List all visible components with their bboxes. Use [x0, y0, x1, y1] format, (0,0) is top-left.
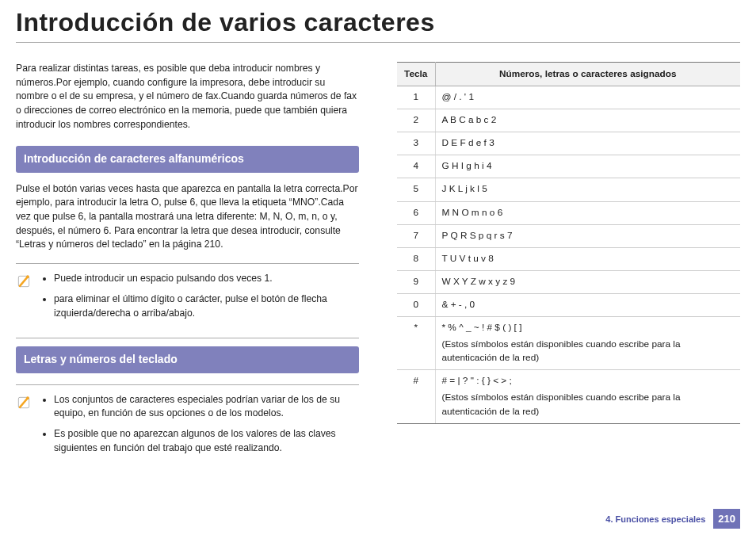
table-row: 9W X Y Z w x y z 9 [397, 270, 740, 293]
note-block-2: Los conjuntos de caracteres especiales p… [16, 393, 359, 462]
key-cell: 4 [397, 155, 435, 178]
table-row: 6M N O m n o 6 [397, 201, 740, 224]
value-extra: (Estos símbolos están disponibles cuando… [442, 338, 735, 365]
value-cell: & + - , 0 [435, 293, 740, 316]
page-number: 210 [713, 509, 740, 529]
table-row: 0& + - , 0 [397, 293, 740, 316]
value-cell: # = | ? " : { } < > ;(Estos símbolos est… [435, 370, 740, 423]
value-cell: @ / . ' 1 [435, 86, 740, 109]
right-column: Tecla Números, letras o caracteres asign… [397, 62, 740, 506]
note-item: para eliminar el último dígito o carácte… [54, 292, 359, 320]
note-item: Puede introducir un espacio pulsando dos… [54, 272, 359, 286]
table-row: 2A B C a b c 2 [397, 109, 740, 132]
value-cell: J K L j k l 5 [435, 178, 740, 201]
table-header-row: Tecla Números, letras o caracteres asign… [397, 63, 740, 86]
section-heading-keymap: Letras y números del teclado [16, 346, 359, 373]
intro-paragraph: Para realizar distintas tareas, es posib… [16, 62, 359, 132]
value-cell: P Q R S p q r s 7 [435, 224, 740, 247]
col-header-value: Números, letras o caracteres asignados [435, 63, 740, 86]
note-list: Puede introducir un espacio pulsando dos… [40, 272, 359, 327]
section-heading-alphanumeric: Introducción de caracteres alfanuméricos [16, 146, 359, 172]
key-cell: 6 [397, 201, 435, 224]
key-cell: 0 [397, 293, 435, 316]
table-row: 5J K L j k l 5 [397, 178, 740, 201]
col-header-key: Tecla [397, 63, 435, 86]
value-cell: * % ^ _ ~ ! # $ ( ) [ ](Estos símbolos e… [435, 317, 740, 370]
value-cell: D E F d e f 3 [435, 132, 740, 155]
svg-point-1 [26, 276, 29, 279]
value-cell: W X Y Z w x y z 9 [435, 270, 740, 293]
note-icon [16, 273, 32, 289]
section1-body: Pulse el botón varias veces hasta que ap… [16, 182, 359, 252]
page-title: Introducción de varios caracteres [16, 8, 740, 43]
chapter-label: 4. Funciones especiales [605, 514, 705, 524]
note-item: Es posible que no aparezcan algunos de l… [54, 427, 359, 455]
manual-page: Introducción de varios caracteres Para r… [0, 0, 756, 535]
key-cell: 7 [397, 224, 435, 247]
note-item: Los conjuntos de caracteres especiales p… [54, 393, 359, 421]
key-cell: 5 [397, 178, 435, 201]
two-column-layout: Para realizar distintas tareas, es posib… [16, 62, 740, 506]
divider [16, 263, 359, 264]
key-cell: 1 [397, 86, 435, 109]
table-row: 8T U V t u v 8 [397, 247, 740, 270]
key-map-table: Tecla Números, letras o caracteres asign… [397, 62, 740, 424]
key-cell: 2 [397, 109, 435, 132]
value-extra: (Estos símbolos están disponibles cuando… [442, 391, 735, 418]
key-cell: 3 [397, 132, 435, 155]
divider [16, 384, 359, 385]
key-cell: # [397, 370, 435, 423]
key-cell: 9 [397, 270, 435, 293]
page-footer: 4. Funciones especiales 210 [16, 506, 740, 529]
table-row: 7P Q R S p q r s 7 [397, 224, 740, 247]
table-row: ## = | ? " : { } < > ;(Estos símbolos es… [397, 370, 740, 423]
value-cell: G H I g h i 4 [435, 155, 740, 178]
value-cell: T U V t u v 8 [435, 247, 740, 270]
table-row: ** % ^ _ ~ ! # $ ( ) [ ](Estos símbolos … [397, 317, 740, 370]
key-cell: 8 [397, 247, 435, 270]
note-list: Los conjuntos de caracteres especiales p… [40, 393, 359, 462]
svg-point-3 [26, 396, 29, 399]
value-cell: A B C a b c 2 [435, 109, 740, 132]
table-row: 1@ / . ' 1 [397, 86, 740, 109]
divider [16, 338, 359, 338]
table-row: 4G H I g h i 4 [397, 155, 740, 178]
key-cell: * [397, 317, 435, 370]
table-row: 3D E F d e f 3 [397, 132, 740, 155]
note-icon [16, 395, 32, 411]
value-cell: M N O m n o 6 [435, 201, 740, 224]
left-column: Para realizar distintas tareas, es posib… [16, 62, 359, 506]
note-block-1: Puede introducir un espacio pulsando dos… [16, 272, 359, 327]
